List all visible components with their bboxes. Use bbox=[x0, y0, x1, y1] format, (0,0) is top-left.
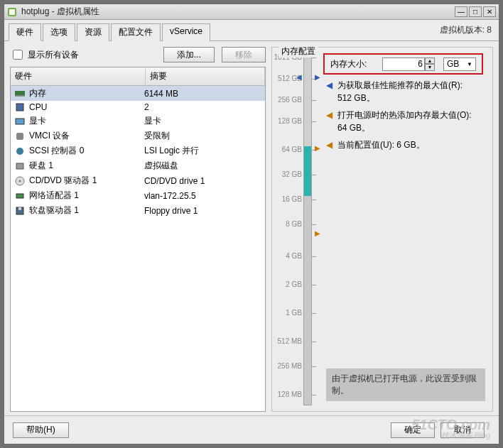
scsi-icon bbox=[13, 146, 26, 156]
row-sum: 6144 MB bbox=[144, 89, 262, 99]
svg-rect-1 bbox=[9, 9, 15, 15]
legend-current: ◀当前配置值(U): 6 GB。 bbox=[326, 138, 485, 151]
tab-resources[interactable]: 资源 bbox=[77, 23, 109, 41]
tab-bar: 硬件 选项 资源 配置文件 vService 虚拟机版本: 8 bbox=[4, 20, 499, 41]
row-hw: 硬盘 1 bbox=[26, 160, 144, 172]
show-all-checkbox[interactable]: 显示所有设备 bbox=[10, 48, 79, 62]
svg-rect-6 bbox=[16, 133, 23, 140]
table-row[interactable]: 显卡显卡 bbox=[11, 114, 265, 129]
help-button[interactable]: 帮助(H) bbox=[13, 422, 69, 438]
app-icon bbox=[7, 7, 17, 17]
grid-header: 硬件 摘要 bbox=[11, 67, 265, 86]
remove-button[interactable]: 移除 bbox=[222, 47, 266, 62]
row-sum: 2 bbox=[144, 102, 262, 112]
row-hw: 显卡 bbox=[26, 115, 144, 127]
vm-version-label: 虚拟机版本: 8 bbox=[440, 24, 492, 36]
show-all-input[interactable] bbox=[13, 50, 23, 60]
ruler-tick: 1 GB bbox=[272, 309, 302, 317]
table-row[interactable]: 内存6144 MB bbox=[11, 86, 265, 101]
cpu-icon bbox=[13, 102, 26, 112]
tab-profiles[interactable]: 配置文件 bbox=[111, 23, 161, 41]
row-hw: 软盘驱动器 1 bbox=[26, 204, 144, 217]
row-sum: Floppy drive 1 bbox=[144, 206, 262, 216]
ruler-tick: 256 GB bbox=[272, 96, 302, 104]
svg-rect-5 bbox=[16, 119, 24, 124]
right-panel: 内存配置 内存大小: ▲ ▼ GB ▼ bbox=[271, 47, 493, 412]
chevron-down-icon: ▼ bbox=[467, 61, 472, 67]
ok-button[interactable]: 确定 bbox=[391, 422, 435, 438]
ruler-tick: 128 GB bbox=[272, 117, 302, 125]
row-hw: CPU bbox=[26, 102, 144, 112]
show-all-label: 显示所有设备 bbox=[28, 49, 79, 61]
marker-best-icon: ◀ bbox=[296, 73, 302, 81]
memory-size-input[interactable] bbox=[382, 58, 425, 71]
memory-group: 内存大小: ▲ ▼ GB ▼ bbox=[271, 47, 493, 412]
legend-hotadd: ◀打开电源时的热添加内存最大值(O):64 GB。 bbox=[326, 109, 485, 134]
table-row[interactable]: 网络适配器 1vlan-172.25.5 bbox=[11, 188, 265, 203]
row-hw: CD/DVD 驱动器 1 bbox=[26, 175, 144, 187]
memory-unit-select[interactable]: GB ▼ bbox=[443, 58, 476, 71]
svg-rect-3 bbox=[15, 95, 25, 97]
cancel-button[interactable]: 取消 bbox=[440, 422, 485, 438]
marker-hotadd[interactable]: ▶ bbox=[315, 144, 320, 152]
marker-current[interactable]: ▶ bbox=[315, 229, 320, 237]
disk-icon bbox=[13, 161, 26, 171]
left-panel: 显示所有设备 添加... 移除 硬件 摘要 内存6144 MBCPU2显卡显卡V… bbox=[10, 47, 266, 412]
ruler-tick: 128 MB bbox=[272, 390, 302, 398]
col-hardware[interactable]: 硬件 bbox=[11, 67, 146, 85]
hardware-grid: 硬件 摘要 内存6144 MBCPU2显卡显卡VMCI 设备受限制SCSI 控制… bbox=[10, 67, 266, 412]
window-title: hotplug - 虚拟机属性 bbox=[21, 6, 453, 18]
ruler-tick: 16 GB bbox=[272, 195, 302, 203]
minimize-button[interactable]: — bbox=[455, 6, 467, 17]
row-sum: 受限制 bbox=[144, 130, 262, 142]
spin-down[interactable]: ▼ bbox=[425, 64, 435, 71]
ruler-tick: 4 GB bbox=[272, 252, 302, 260]
triangle-icon: ◀ bbox=[326, 138, 333, 151]
table-row[interactable]: VMCI 设备受限制 bbox=[11, 129, 265, 143]
nic-icon bbox=[13, 191, 26, 201]
floppy-icon bbox=[13, 206, 26, 216]
table-row[interactable]: 硬盘 1虚拟磁盘 bbox=[11, 158, 265, 173]
add-button[interactable]: 添加... bbox=[163, 47, 215, 62]
left-toolbar: 显示所有设备 添加... 移除 bbox=[10, 47, 266, 62]
row-sum: CD/DVD drive 1 bbox=[144, 176, 262, 186]
memory-spinner[interactable]: ▲ ▼ bbox=[382, 58, 435, 71]
vmci-icon bbox=[13, 131, 26, 141]
row-sum: vlan-172.25.5 bbox=[144, 191, 262, 201]
row-hw: 网络适配器 1 bbox=[26, 190, 144, 202]
memory-icon bbox=[13, 89, 26, 99]
video-icon bbox=[13, 116, 26, 126]
ruler-tick: 2 GB bbox=[272, 280, 302, 288]
footer: 帮助(H) 确定 取消 bbox=[4, 415, 499, 444]
table-row[interactable]: 软盘驱动器 1Floppy drive 1 bbox=[11, 203, 265, 218]
table-row[interactable]: CPU2 bbox=[11, 101, 265, 114]
maximize-button[interactable]: □ bbox=[469, 6, 482, 17]
svg-point-7 bbox=[16, 148, 23, 155]
svg-rect-11 bbox=[16, 194, 23, 198]
col-summary[interactable]: 摘要 bbox=[146, 67, 265, 85]
tab-vservice[interactable]: vService bbox=[162, 23, 210, 41]
row-sum: 显卡 bbox=[144, 115, 262, 127]
table-row[interactable]: SCSI 控制器 0LSI Logic 并行 bbox=[11, 143, 265, 158]
window: hotplug - 虚拟机属性 — □ ✕ 硬件 选项 资源 配置文件 vSer… bbox=[4, 4, 499, 444]
triangle-icon: ◀ bbox=[326, 109, 333, 134]
body: 显示所有设备 添加... 移除 硬件 摘要 内存6144 MBCPU2显卡显卡V… bbox=[4, 41, 499, 417]
tab-hardware[interactable]: 硬件 bbox=[9, 23, 41, 41]
ruler-tick: 512 MB bbox=[272, 337, 302, 345]
svg-rect-4 bbox=[16, 104, 23, 111]
cd-icon bbox=[13, 176, 26, 186]
tab-options[interactable]: 选项 bbox=[43, 23, 75, 41]
row-sum: LSI Logic 并行 bbox=[144, 145, 262, 157]
row-hw: SCSI 控制器 0 bbox=[26, 145, 144, 157]
table-row[interactable]: CD/DVD 驱动器 1CD/DVD drive 1 bbox=[11, 173, 265, 188]
spin-up[interactable]: ▲ bbox=[425, 58, 435, 65]
svg-rect-8 bbox=[16, 163, 23, 169]
marker-best[interactable]: ▶ bbox=[315, 73, 320, 81]
memory-size-label: 内存大小: bbox=[330, 58, 367, 70]
close-button[interactable]: ✕ bbox=[483, 6, 496, 17]
memory-size-highlight: 内存大小: ▲ ▼ GB ▼ bbox=[323, 53, 483, 75]
legend-best: ◀为获取最佳性能推荐的最大值(R):512 GB。 bbox=[326, 79, 485, 104]
triangle-icon: ◀ bbox=[326, 79, 333, 104]
row-sum: 虚拟磁盘 bbox=[144, 160, 262, 172]
memory-ruler: 1011 GB512 GB256 GB128 GB64 GB32 GB16 GB… bbox=[276, 53, 322, 405]
